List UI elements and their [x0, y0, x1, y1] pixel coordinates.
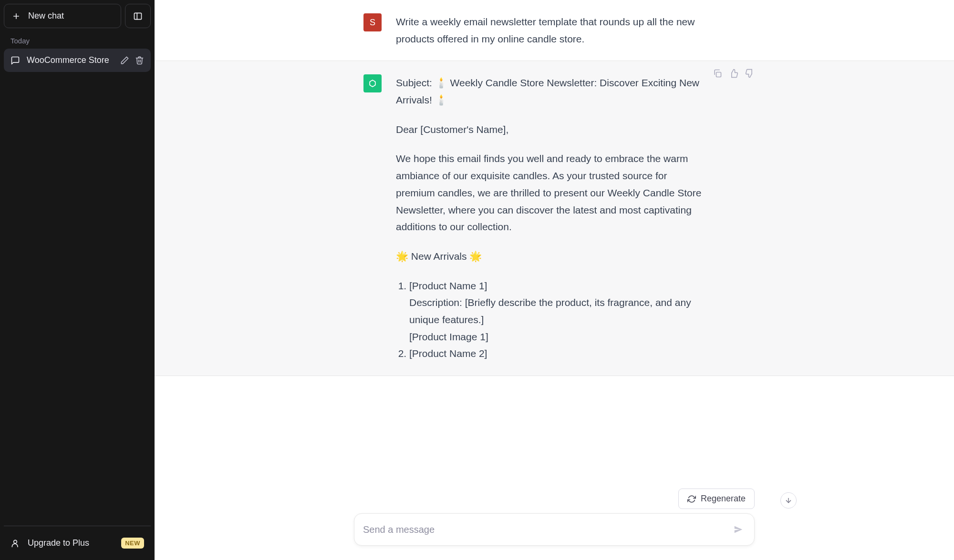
regenerate-icon — [687, 495, 696, 503]
edit-icon[interactable] — [120, 56, 129, 65]
product-1-desc: Description: [Briefly describe the produ… — [409, 294, 707, 328]
product-2-name: [Product Name 2] — [409, 345, 707, 362]
trash-icon[interactable] — [135, 56, 144, 65]
svg-point-4 — [14, 540, 17, 543]
message-assistant: Subject: 🕯️ Weekly Candle Store Newslett… — [155, 61, 954, 376]
regenerate-label: Regenerate — [701, 494, 746, 504]
message-actions — [713, 69, 755, 78]
user-avatar-letter: S — [370, 18, 375, 28]
chat-item-title: WooCommerce Store — [27, 55, 114, 65]
product-1-image: [Product Image 1] — [409, 328, 707, 346]
chat-icon — [10, 56, 20, 65]
sidebar: New chat Today WooCommerce Store — [0, 0, 155, 560]
regenerate-button[interactable]: Regenerate — [678, 489, 755, 509]
composer-area: Regenerate — [155, 513, 954, 560]
section-today-label: Today — [4, 28, 151, 49]
assistant-intro: We hope this email finds you well and re… — [396, 150, 707, 235]
upgrade-button[interactable]: Upgrade to Plus NEW — [4, 530, 151, 556]
send-button[interactable] — [731, 522, 746, 537]
thumbs-down-icon[interactable] — [745, 69, 755, 78]
panel-icon — [133, 11, 143, 21]
assistant-greeting: Dear [Customer's Name], — [396, 121, 707, 138]
product-1-name: [Product Name 1] — [409, 277, 707, 295]
svg-rect-6 — [716, 72, 721, 77]
assistant-subject: Subject: 🕯️ Weekly Candle Store Newslett… — [396, 74, 707, 108]
assistant-section-heading: 🌟 New Arrivals 🌟 — [396, 248, 707, 265]
thumbs-up-icon[interactable] — [729, 69, 738, 78]
message-input-container — [354, 513, 755, 546]
send-icon — [733, 524, 744, 535]
openai-logo-icon — [367, 78, 378, 89]
new-chat-button[interactable]: New chat — [4, 4, 121, 28]
list-item: [Product Name 2] — [409, 345, 707, 362]
copy-icon[interactable] — [713, 69, 722, 78]
new-badge: NEW — [121, 538, 144, 549]
scroll-to-bottom-button[interactable] — [780, 492, 797, 509]
main-chat-area: S Write a weekly email newsletter templa… — [155, 0, 954, 560]
assistant-product-list: [Product Name 1] Description: [Briefly d… — [396, 277, 707, 362]
sidebar-chat-item-active[interactable]: WooCommerce Store — [4, 49, 151, 72]
arrow-down-icon — [785, 497, 792, 504]
plus-icon — [12, 12, 21, 20]
toggle-sidebar-button[interactable] — [125, 4, 151, 28]
message-user: S Write a weekly email newsletter templa… — [155, 0, 954, 61]
assistant-avatar — [363, 74, 382, 92]
upgrade-label: Upgrade to Plus — [28, 538, 114, 548]
new-chat-label: New chat — [28, 11, 64, 21]
user-icon — [10, 539, 20, 548]
user-avatar: S — [363, 13, 382, 31]
list-item: [Product Name 1] Description: [Briefly d… — [409, 277, 707, 346]
chat-scroll[interactable]: S Write a weekly email newsletter templa… — [155, 0, 954, 513]
svg-rect-2 — [135, 13, 142, 19]
user-message-text: Write a weekly email newsletter template… — [396, 13, 726, 47]
message-input[interactable] — [363, 524, 731, 535]
